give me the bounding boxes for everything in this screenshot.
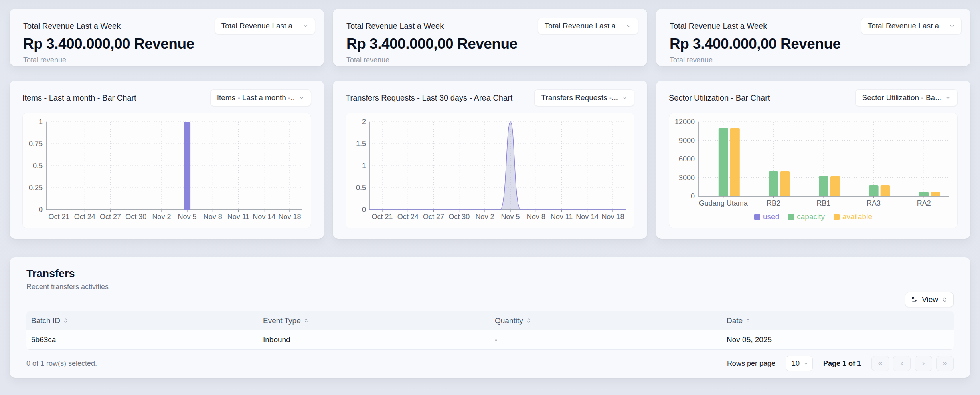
- table-header-row: Batch ID Event Type Quantity Date: [26, 311, 954, 330]
- svg-text:Oct 27: Oct 27: [100, 213, 121, 221]
- dropdown-label: Transfers Requests -...: [541, 93, 618, 102]
- chevron-down-icon: [303, 23, 308, 29]
- stat-value: Rp 3.400.000,00 Revenue: [346, 36, 634, 52]
- svg-text:0: 0: [691, 192, 695, 200]
- first-page-button[interactable]: «: [871, 356, 889, 371]
- legend-item-used[interactable]: used: [754, 212, 779, 221]
- svg-text:Nov 18: Nov 18: [601, 213, 624, 221]
- previous-page-button[interactable]: ‹: [893, 356, 911, 371]
- chart-title: Sector Utilization - Bar Chart: [669, 93, 770, 103]
- legend-item-capacity[interactable]: capacity: [788, 212, 825, 221]
- column-header-event-type[interactable]: Event Type: [258, 316, 490, 325]
- svg-text:Nov 14: Nov 14: [253, 213, 275, 221]
- chart-title: Items - Last a month - Bar Chart: [22, 93, 136, 103]
- svg-text:9000: 9000: [679, 137, 695, 145]
- legend-label: available: [842, 212, 872, 221]
- rows-per-page-value: 10: [792, 359, 800, 368]
- view-button-label: View: [922, 295, 938, 304]
- sort-icon: [63, 318, 68, 323]
- chevron-down-icon: [626, 23, 632, 29]
- chart-header: Sector Utilization - Bar Chart Sector Ut…: [669, 89, 958, 106]
- transfers-table: Batch ID Event Type Quantity Date 5b63ca: [26, 311, 954, 350]
- last-page-button[interactable]: »: [936, 356, 954, 371]
- legend-swatch: [754, 214, 760, 220]
- dropdown-label: Items - Last a month -..: [217, 93, 295, 102]
- svg-text:Oct 27: Oct 27: [423, 213, 444, 221]
- dashboard-page: Total Revenue Last a Week Total Revenue …: [0, 0, 980, 395]
- sort-icon: [304, 318, 309, 323]
- table-footer: 0 of 1 row(s) selected. Rows per page 10…: [26, 355, 954, 371]
- chevron-down-icon: [949, 23, 955, 29]
- svg-text:1.5: 1.5: [356, 140, 366, 148]
- svg-text:Oct 30: Oct 30: [449, 213, 470, 221]
- next-page-button[interactable]: ›: [915, 356, 932, 371]
- rows-per-page-label: Rows per page: [727, 359, 775, 368]
- chevron-down-icon: [945, 95, 951, 101]
- legend-swatch: [834, 214, 840, 220]
- stat-value: Rp 3.400.000,00 Revenue: [670, 36, 957, 52]
- sector-utilization-chart-card: Sector Utilization - Bar Chart Sector Ut…: [656, 81, 970, 239]
- svg-text:0: 0: [39, 206, 43, 214]
- chart-select-dropdown[interactable]: Transfers Requests -...: [534, 89, 634, 106]
- svg-text:0.5: 0.5: [33, 162, 43, 170]
- svg-text:0.75: 0.75: [29, 140, 43, 148]
- svg-text:Oct 21: Oct 21: [49, 213, 70, 221]
- svg-text:Nov 5: Nov 5: [178, 213, 197, 221]
- grouped-bar-chart-canvas: Gudang UtamaRB2RB1RA3RA20300060009000120…: [669, 113, 958, 228]
- stat-range-dropdown[interactable]: Total Revenue Last a...: [861, 18, 962, 34]
- chart-legend: used capacity available: [754, 210, 872, 223]
- svg-text:Nov 2: Nov 2: [475, 213, 494, 221]
- sort-icon: [526, 318, 531, 323]
- column-header-quantity[interactable]: Quantity: [490, 316, 722, 325]
- svg-text:Nov 8: Nov 8: [527, 213, 545, 221]
- chart-cards-row: Items - Last a month - Bar Chart Items -…: [10, 81, 970, 239]
- rows-per-page-select[interactable]: 10: [786, 356, 813, 371]
- svg-text:Nov 18: Nov 18: [278, 213, 301, 221]
- svg-text:6000: 6000: [679, 155, 695, 163]
- chevron-down-icon: [803, 361, 808, 366]
- svg-text:Nov 11: Nov 11: [551, 213, 573, 221]
- svg-text:Nov 8: Nov 8: [204, 213, 222, 221]
- svg-text:Nov 14: Nov 14: [576, 213, 599, 221]
- stat-card-1: Total Revenue Last a Week Total Revenue …: [10, 9, 324, 66]
- chart-select-dropdown[interactable]: Items - Last a month -..: [210, 89, 311, 106]
- stat-range-dropdown[interactable]: Total Revenue Last a...: [538, 18, 638, 34]
- dropdown-label: Total Revenue Last a...: [545, 22, 622, 30]
- legend-label: used: [763, 212, 779, 221]
- svg-text:Nov 11: Nov 11: [227, 213, 250, 221]
- svg-text:1: 1: [39, 118, 43, 126]
- cell-event-type: Inbound: [258, 335, 490, 344]
- area-chart-canvas: Oct 21Oct 24Oct 27Oct 30Nov 2Nov 5Nov 8N…: [346, 113, 634, 228]
- column-label: Quantity: [495, 316, 523, 325]
- chevron-down-icon: [299, 95, 304, 101]
- cell-batch-id: 5b63ca: [26, 335, 258, 344]
- page-indicator: Page 1 of 1: [823, 359, 861, 368]
- svg-text:Nov 2: Nov 2: [152, 213, 171, 221]
- legend-swatch: [788, 214, 794, 220]
- view-button[interactable]: View: [905, 292, 954, 307]
- column-label: Event Type: [263, 316, 301, 325]
- svg-text:Oct 30: Oct 30: [125, 213, 146, 221]
- svg-text:RA3: RA3: [867, 199, 881, 207]
- svg-text:Nov 5: Nov 5: [501, 213, 520, 221]
- svg-text:RB2: RB2: [767, 199, 780, 207]
- svg-text:Oct 21: Oct 21: [372, 213, 393, 221]
- stat-value: Rp 3.400.000,00 Revenue: [23, 36, 310, 52]
- chart-header: Items - Last a month - Bar Chart Items -…: [22, 89, 311, 106]
- pagination-controls: Rows per page 10 Page 1 of 1 « ‹ › »: [727, 356, 954, 371]
- transfers-subtitle: Recent transfers activities: [26, 283, 954, 291]
- transfers-title: Transfers: [26, 268, 954, 280]
- column-header-date[interactable]: Date: [722, 316, 954, 325]
- svg-text:Oct 24: Oct 24: [74, 213, 95, 221]
- chart-header: Transfers Requests - Last 30 days - Area…: [346, 89, 634, 106]
- column-header-batch-id[interactable]: Batch ID: [26, 316, 258, 325]
- table-row[interactable]: 5b63ca Inbound - Nov 05, 2025: [26, 330, 954, 349]
- dropdown-label: Total Revenue Last a...: [221, 22, 299, 30]
- chart-select-dropdown[interactable]: Sector Utilization - Ba...: [855, 89, 958, 106]
- stat-subtitle: Total revenue: [346, 56, 634, 64]
- chevron-down-icon: [622, 95, 628, 101]
- stat-subtitle: Total revenue: [23, 56, 310, 64]
- stat-range-dropdown[interactable]: Total Revenue Last a...: [215, 18, 315, 34]
- stat-card-2: Total Revenue Last a Week Total Revenue …: [333, 9, 647, 66]
- legend-item-available[interactable]: available: [834, 212, 872, 221]
